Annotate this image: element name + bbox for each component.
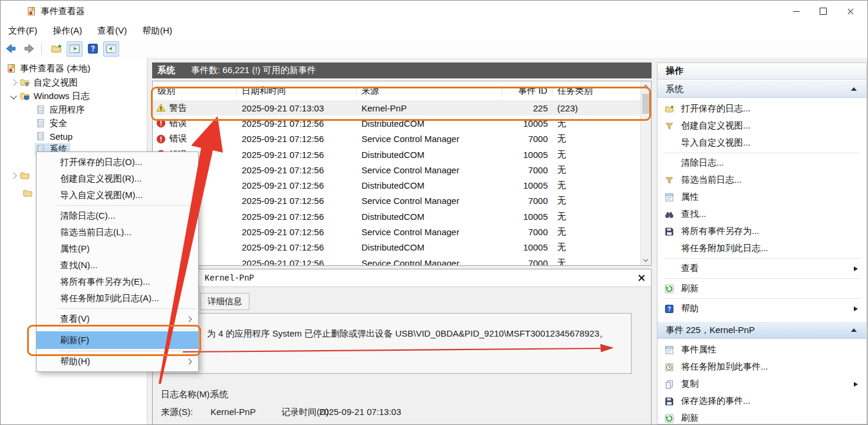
- action-copy[interactable]: 复制: [657, 375, 866, 393]
- menu-view[interactable]: 查看(V): [37, 311, 198, 327]
- tree-item-event-viewer-local[interactable]: 事件查看器 (本地): [6, 62, 90, 75]
- collapse-icon[interactable]: [851, 328, 857, 332]
- actions-section-system[interactable]: 系统: [657, 81, 866, 98]
- menu-refresh[interactable]: 刷新(F): [37, 331, 198, 349]
- forward-button[interactable]: [21, 41, 37, 57]
- field-source-label: 来源(S):: [161, 407, 193, 418]
- event-category: 无: [553, 118, 651, 129]
- close-detail-icon[interactable]: [637, 274, 645, 282]
- table-row[interactable]: 错误 2025-09-21 07:12:56 Service Control M…: [153, 255, 651, 266]
- log-icon: [36, 131, 45, 141]
- scroll-up-icon[interactable]: [641, 81, 650, 91]
- event-datetime: 2025-09-21 07:13:03: [237, 103, 357, 113]
- table-row[interactable]: 错误 2025-09-21 07:12:56 DistributedCOM 10…: [153, 209, 651, 224]
- table-header: 级别 日期和时间 来源 事件 ID 任务类别: [153, 81, 651, 100]
- action-find[interactable]: 查找...: [657, 206, 866, 223]
- tree-item-application[interactable]: 应用程序: [36, 103, 85, 116]
- event-viewer-window: 事件查看器 文件(F) 操作(A) 查看(V) 帮助(H) 事件查看器 (本地): [0, 0, 868, 425]
- submenu-arrow-icon: [854, 266, 858, 271]
- event-category: 无: [553, 195, 651, 206]
- action-filter-current-log[interactable]: 筛选当前日志...: [657, 172, 866, 189]
- table-row[interactable]: 错误 2025-09-21 07:12:56 DistributedCOM 10…: [153, 177, 651, 193]
- actions-section-event[interactable]: 事件 225，Kernel-PnP: [657, 322, 866, 339]
- table-row[interactable]: 警告 2025-09-21 07:13:03 Kernel-PnP 225 (2…: [153, 100, 651, 116]
- event-datetime: 2025-09-21 07:12:56: [237, 242, 357, 252]
- scroll-down-icon[interactable]: [641, 255, 650, 265]
- action-refresh-event[interactable]: 刷新: [657, 410, 866, 424]
- help-button[interactable]: [85, 41, 101, 57]
- error-icon: [156, 118, 166, 128]
- action-attach-task-to-event[interactable]: 将任务附加到此事件...: [657, 358, 866, 375]
- column-header-task-category[interactable]: 任务类别: [553, 85, 651, 96]
- action-clear-log[interactable]: 清除日志...: [657, 154, 866, 172]
- menu-open-saved-log[interactable]: 打开保存的日志(O)...: [37, 154, 198, 170]
- action-save-all-events[interactable]: 将所有事件另存为...: [657, 223, 866, 240]
- table-row[interactable]: 错误 2025-09-21 07:12:56 Service Control M…: [153, 162, 651, 177]
- actions-title: 操作: [657, 63, 866, 80]
- menu-action[interactable]: 操作(A): [45, 25, 90, 37]
- table-row[interactable]: 错误 2025-09-21 07:12:56 DistributedCOM 10…: [153, 147, 651, 162]
- action-save-selected-events[interactable]: 保存选择的事件...: [657, 393, 866, 410]
- tree-item-apps-services-logs[interactable]: [11, 169, 29, 182]
- tree-item-custom-views[interactable]: 自定义视图: [11, 76, 78, 89]
- menu-import-custom-view[interactable]: 导入自定义视图(M)...: [37, 187, 198, 203]
- scrollbar-thumb[interactable]: [642, 94, 650, 114]
- menu-help[interactable]: 帮助(H): [134, 25, 180, 37]
- menu-filter-current-log[interactable]: 筛选当前日志(L)...: [37, 224, 198, 240]
- menu-save-all-events[interactable]: 将所有事件另存为(E)...: [37, 274, 198, 290]
- column-header-source[interactable]: 来源: [357, 85, 502, 96]
- tree-item-setup[interactable]: Setup: [36, 130, 73, 143]
- event-category: 无: [553, 164, 651, 176]
- tree-item-windows-logs[interactable]: Windows 日志: [11, 90, 90, 103]
- chevron-right-icon[interactable]: [10, 172, 17, 179]
- action-import-custom-view[interactable]: 导入自定义视图...: [657, 134, 866, 151]
- event-datetime: 2025-09-21 07:12:56: [237, 165, 357, 175]
- tree-item-security[interactable]: 安全: [36, 117, 67, 130]
- event-source: DistributedCOM: [357, 242, 502, 252]
- column-header-event-id[interactable]: 事件 ID: [502, 85, 553, 96]
- chevron-right-icon[interactable]: [10, 79, 17, 85]
- action-attach-task-to-log[interactable]: 将任务附加到此日志...: [657, 240, 866, 257]
- folder-icon: [23, 189, 32, 198]
- action-pane-toggle-button[interactable]: [103, 41, 119, 57]
- table-row[interactable]: 错误 2025-09-21 07:12:56 DistributedCOM 10…: [153, 240, 651, 255]
- console-tree-toggle-button[interactable]: [67, 41, 83, 57]
- collapse-icon[interactable]: [851, 87, 857, 91]
- menu-attach-task[interactable]: 将任务附加到此日志(A)...: [37, 290, 198, 307]
- table-row[interactable]: 错误 2025-09-21 07:12:56 Service Control M…: [153, 193, 651, 209]
- event-id: 7000: [502, 227, 553, 237]
- action-create-custom-view[interactable]: 创建自定义视图...: [657, 117, 866, 134]
- actions-list-event: 事件属性 将任务附加到此事件... 复制 保存选择的事件... 刷新: [657, 339, 866, 424]
- maximize-icon: [820, 8, 827, 15]
- menu-help[interactable]: 帮助(H): [37, 353, 198, 370]
- tab-details[interactable]: 详细信息: [200, 293, 249, 310]
- action-event-properties[interactable]: 事件属性: [657, 341, 866, 358]
- menu-view[interactable]: 查看(V): [90, 25, 134, 37]
- action-help[interactable]: 帮助: [657, 300, 866, 317]
- action-open-saved-log[interactable]: 打开保存的日志...: [657, 100, 866, 117]
- tree-item-subscriptions[interactable]: [23, 187, 32, 200]
- maximize-button[interactable]: [810, 1, 837, 22]
- menu-file[interactable]: 文件(F): [1, 25, 45, 37]
- open-saved-log-button[interactable]: [48, 41, 64, 57]
- menu-clear-log[interactable]: 清除日志(C)...: [37, 207, 198, 224]
- menu-find[interactable]: 查找(N)...: [37, 257, 198, 274]
- close-button[interactable]: [837, 1, 864, 22]
- table-row[interactable]: 错误 2025-09-21 07:12:56 DistributedCOM 10…: [153, 116, 651, 131]
- table-scrollbar[interactable]: [640, 81, 651, 265]
- menu-create-custom-view[interactable]: 创建自定义视图(R)...: [37, 170, 198, 187]
- table-row[interactable]: 错误 2025-09-21 07:12:56 Service Control M…: [153, 224, 651, 239]
- back-button[interactable]: [3, 41, 19, 57]
- action-view[interactable]: 查看: [657, 260, 866, 277]
- table-row[interactable]: 错误 2025-09-21 07:12:56 Service Control M…: [153, 131, 651, 147]
- action-properties[interactable]: 属性: [657, 189, 866, 206]
- event-id: 7000: [502, 258, 553, 266]
- menu-properties[interactable]: 属性(P): [37, 240, 198, 257]
- action-refresh[interactable]: 刷新: [657, 280, 866, 297]
- minimize-button[interactable]: [782, 1, 810, 22]
- back-icon: [5, 43, 17, 54]
- error-icon: [156, 134, 166, 144]
- chevron-down-icon[interactable]: [10, 93, 17, 99]
- column-header-datetime[interactable]: 日期和时间: [237, 85, 357, 96]
- column-header-level[interactable]: 级别: [153, 85, 237, 96]
